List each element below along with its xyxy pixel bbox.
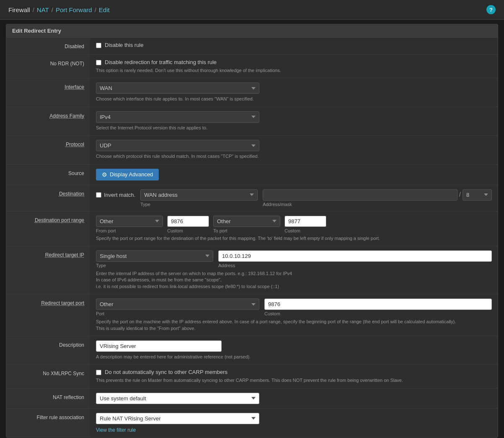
help-icon[interactable]: ? [486, 5, 496, 14]
content-source: ⚙ Display Advanced [90, 165, 498, 185]
no-rdr-checkbox-row: Disable redirection for traffic matching… [96, 59, 492, 65]
label-interface: Interface [6, 78, 90, 106]
content-dest-port-range: Other HTTP (80) HTTPS (443) From port Cu… [90, 211, 498, 246]
to-port-select[interactable]: Other HTTP (80) HTTPS (443) [213, 216, 280, 227]
redir-port-custom-sublabel: Custom [264, 311, 492, 316]
redir-port-select[interactable]: Other HTTP (80) HTTPS (443) [96, 299, 259, 310]
redir-ip-type-sublabel: Type [96, 263, 213, 268]
redir-ip-hint: Enter the internal IP address of the ser… [96, 271, 492, 290]
destination-type-select[interactable]: WAN address LAN address Single host or a… [140, 189, 258, 201]
row-no-xmlrpc: No XMLRPC Sync Do not automatically sync… [6, 365, 498, 388]
row-protocol: Protocol TCP UDP TCP/UDP ICMP Any Choose… [6, 136, 498, 164]
view-filter-link[interactable]: View the filter rule [96, 427, 136, 433]
content-disabled: Disable this rule [90, 38, 498, 54]
content-redirect-ip: Single host Network Type Address Enter t… [90, 246, 498, 294]
to-port-sublabel: To port [213, 228, 280, 233]
from-custom-input[interactable] [167, 216, 209, 227]
redir-ip-type-group: Single host Network Type [96, 250, 213, 268]
label-protocol: Protocol [6, 136, 90, 164]
row-disabled: Disabled Disable this rule [6, 38, 498, 55]
row-description: Description A description may be entered… [6, 336, 498, 365]
from-port-select[interactable]: Other HTTP (80) HTTPS (443) [96, 216, 163, 227]
redirect-ip-link[interactable]: Redirect target IP [45, 252, 84, 258]
no-xmlrpc-hint: This prevents the rule on Master from au… [96, 377, 492, 384]
row-redirect-port: Redirect target port Other HTTP (80) HTT… [6, 294, 498, 336]
interface-link[interactable]: Interface [65, 84, 84, 90]
redir-ip-addr-input[interactable] [218, 250, 492, 262]
redir-port-hint: Specify the port on the machine with the… [96, 319, 492, 332]
interface-hint: Choose which interface this rule applies… [96, 96, 492, 102]
redirect-port-link[interactable]: Redirect target port [41, 300, 84, 306]
dest-port-range-link[interactable]: Destination port range [35, 217, 84, 223]
redir-ip-addr-group: Address [218, 250, 492, 268]
breadcrumb-sep2: / [52, 6, 53, 13]
breadcrumb-nat[interactable]: NAT [37, 6, 49, 13]
breadcrumb-firewall: Firewall [8, 6, 30, 13]
content-filter-rule: Rule NAT VRising Server Add associated f… [90, 409, 498, 437]
redir-port-select-group: Other HTTP (80) HTTPS (443) Port [96, 299, 259, 316]
redir-ip-type-select[interactable]: Single host Network [96, 250, 213, 262]
breadcrumb-edit[interactable]: Edit [99, 6, 110, 13]
to-custom-sublabel: Custom [284, 228, 326, 233]
from-port-sublabel: From port [96, 228, 163, 233]
row-nat-reflection: NAT reflection Use system default Enable… [6, 389, 498, 409]
form-card: Edit Redirect Entry Disabled Disable thi… [6, 24, 498, 438]
address-family-link[interactable]: Address Family [49, 113, 84, 119]
breadcrumb-sep1: / [33, 6, 34, 13]
no-xmlrpc-checkbox-row: Do not automatically sync to other CARP … [96, 369, 492, 375]
address-family-hint: Select the Internet Protocol version thi… [96, 125, 492, 131]
from-custom-sublabel: Custom [167, 228, 209, 233]
label-destination: Destination [6, 185, 90, 211]
destination-grid: Invert match. WAN address LAN address Si… [96, 189, 492, 207]
main-content: Edit Redirect Entry Disabled Disable thi… [0, 20, 504, 438]
from-custom-group: Custom [167, 216, 209, 233]
addr-separator: / [459, 191, 461, 198]
redir-port-custom-input[interactable] [264, 299, 492, 310]
redir-ip-grid: Single host Network Type Address [96, 250, 492, 268]
protocol-link[interactable]: Protocol [66, 142, 84, 147]
label-redirect-ip: Redirect target IP [6, 246, 90, 294]
description-input[interactable] [96, 340, 222, 352]
no-xmlrpc-checkbox-label: Do not automatically sync to other CARP … [105, 369, 227, 375]
destination-link[interactable]: Destination [59, 191, 84, 197]
label-nat-reflection: NAT reflection [6, 389, 90, 408]
filter-rule-select[interactable]: Rule NAT VRising Server Add associated f… [96, 413, 259, 424]
interface-select[interactable]: WAN LAN OPT1 [96, 82, 259, 94]
no-rdr-hint: This option is rarely needed. Don't use … [96, 67, 492, 74]
no-xmlrpc-checkbox[interactable] [96, 370, 101, 375]
label-no-rdr: No RDR (NOT) [6, 55, 90, 78]
row-dest-port-range: Destination port range Other HTTP (80) H… [6, 211, 498, 246]
dest-addr-input[interactable] [263, 189, 457, 201]
invert-match-checkbox[interactable] [96, 192, 101, 198]
display-advanced-button[interactable]: ⚙ Display Advanced [96, 169, 159, 180]
row-destination: Destination Invert match. WAN address LA… [6, 185, 498, 211]
row-interface: Interface WAN LAN OPT1 Choose which inte… [6, 78, 498, 107]
dest-mask-select[interactable]: 8 16 24 32 [463, 189, 492, 201]
top-bar: Firewall / NAT / Port Forward / Edit ? [0, 0, 504, 20]
address-family-select[interactable]: IPv4 IPv6 IPv4+IPv6 [96, 111, 259, 123]
label-address-family: Address Family [6, 107, 90, 135]
row-filter-rule: Filter rule association Rule NAT VRising… [6, 409, 498, 437]
row-redirect-ip: Redirect target IP Single host Network T… [6, 246, 498, 294]
disabled-checkbox[interactable] [96, 43, 101, 48]
breadcrumb-portforward[interactable]: Port Forward [56, 6, 92, 13]
description-hint: A description may be entered here for ad… [96, 354, 492, 360]
label-filter-rule: Filter rule association [6, 409, 90, 437]
to-port-group: Other HTTP (80) HTTPS (443) To port [213, 216, 280, 233]
label-redirect-port: Redirect target port [6, 294, 90, 336]
redir-ip-addr-sublabel: Address [218, 263, 492, 268]
content-protocol: TCP UDP TCP/UDP ICMP Any Choose which pr… [90, 136, 498, 164]
content-address-family: IPv4 IPv6 IPv4+IPv6 Select the Internet … [90, 107, 498, 135]
label-disabled: Disabled [6, 38, 90, 54]
to-custom-group: Custom [284, 216, 326, 233]
redir-port-grid: Other HTTP (80) HTTPS (443) Port Custom [96, 299, 492, 316]
breadcrumb: Firewall / NAT / Port Forward / Edit [8, 6, 110, 13]
redir-port-custom-group: Custom [264, 299, 492, 316]
port-range-grid: Other HTTP (80) HTTPS (443) From port Cu… [96, 216, 492, 233]
dest-invert-group: Invert match. [96, 189, 135, 198]
to-custom-input[interactable] [284, 216, 326, 227]
protocol-select[interactable]: TCP UDP TCP/UDP ICMP Any [96, 140, 259, 151]
no-rdr-checkbox[interactable] [96, 60, 101, 65]
nat-reflection-select[interactable]: Use system default Enable Disable [96, 393, 259, 404]
label-source: Source [6, 165, 90, 185]
